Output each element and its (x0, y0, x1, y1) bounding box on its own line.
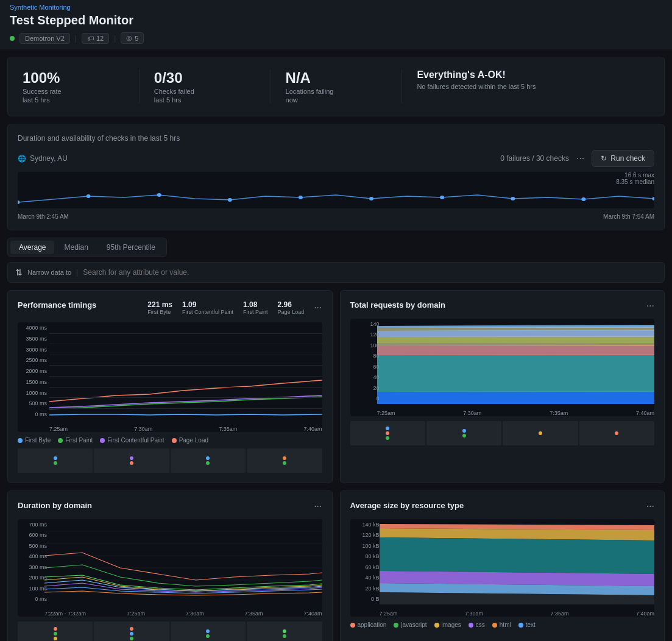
duration-domain-more-btn[interactable]: ··· (314, 501, 322, 512)
monitors-badge: ◎ 5 (121, 32, 144, 44)
checks-failed-value: 0/30 (154, 69, 256, 87)
svg-marker-19 (377, 345, 655, 355)
domain-thumbs (18, 622, 322, 641)
perf-x-axis: 7:25am7:30am7:35am7:40am (49, 425, 322, 432)
metric-fcp-val: 1.09 (182, 300, 233, 309)
legend-dot-images (434, 623, 439, 628)
tags-count: 12 (96, 35, 104, 42)
avg-size-more-btn[interactable]: ··· (646, 501, 654, 512)
avg-size-y-axis: 140 kB120 kB100 kB80 kB 60 kB40 kB20 kB0… (350, 519, 382, 604)
perf-chart-content (49, 322, 322, 420)
dom-thumb-1 (18, 622, 93, 641)
thumb-2 (94, 448, 169, 473)
requests-x-axis: 7:25am7:30am7:35am7:40am (377, 410, 655, 416)
date-end: March 9th 7:54 AM (603, 213, 654, 220)
locations-label: Locations failing (286, 88, 387, 95)
duration-domain-title: Duration by domain (18, 501, 92, 510)
requests-y-axis: 140120100806040200 (350, 319, 382, 404)
duration-title: Duration and availability of checks in t… (18, 134, 180, 143)
duration-domain-chart: 700 ms600 ms500 ms400 ms 300 ms200 ms100… (18, 519, 322, 617)
metric-fp-label: First Paint (243, 309, 268, 315)
perf-more-btn[interactable]: ··· (314, 302, 322, 313)
legend-text: text (526, 622, 536, 628)
globe-icon: 🌐 (18, 155, 26, 163)
perf-legend: First Byte First Paint First Contentful … (18, 437, 322, 444)
total-requests-title: Total requests by domain (350, 300, 446, 310)
tag-icon: 🏷 (87, 35, 94, 42)
req-thumb-1 (350, 421, 425, 445)
legend-dot-js (394, 623, 398, 628)
svg-marker-30 (380, 537, 655, 574)
req-thumb-4 (579, 421, 654, 445)
avg-size-x-axis: 7:25am7:30am7:35am7:40am (380, 611, 655, 617)
resource-legend: application javascript images css html t… (350, 622, 655, 628)
chart-dates: March 9th 2:45 AM March 9th 7:54 AM (18, 213, 654, 220)
avg-size-panel: Average size by resource type ··· 140 kB… (340, 490, 665, 641)
env-badge: Demotron V2 (19, 33, 70, 44)
legend-dot-app (350, 623, 355, 628)
svg-point-2 (157, 193, 161, 197)
metric-fp-val: 1.08 (243, 300, 268, 309)
dom-thumb-4 (247, 622, 322, 641)
run-label: Run check (610, 154, 645, 163)
legend-dot-fcp (100, 438, 105, 443)
summary-row: 100% Success rate last 5 hrs 0/30 Checks… (7, 57, 665, 116)
tags-badge: 🏷 12 (82, 33, 109, 44)
filter-label: Narrow data to (27, 269, 71, 276)
run-icon: ↻ (601, 154, 607, 163)
ok-title: Everything's A-OK! (417, 69, 620, 80)
svg-point-1 (87, 194, 91, 198)
success-rate-value: 100% (23, 69, 124, 87)
svg-marker-20 (377, 336, 655, 346)
total-requests-chart: 140120100806040200 (350, 319, 655, 416)
thumb-1 (18, 448, 93, 473)
success-rate-item: 100% Success rate last 5 hrs (23, 69, 140, 104)
more-icon[interactable]: ··· (576, 153, 584, 164)
legend-dot-text (518, 623, 523, 628)
perf-chart: 4000 ms3500 ms3000 ms2500 ms 2000 ms1500… (18, 322, 322, 432)
legend-js: javascript (401, 622, 426, 628)
success-rate-sub: last 5 hrs (23, 96, 124, 104)
duration-chart (18, 172, 654, 208)
domain-x-axis: 7:22am - 7:32am7:25am7:30am7:35am7:40am (44, 611, 322, 617)
legend-dot-first-paint (58, 438, 63, 443)
legend-html: html (500, 622, 511, 628)
legend-dot-page-load (172, 438, 177, 443)
metric-pl-val: 2.96 (278, 300, 305, 309)
domain-lines (44, 519, 322, 604)
perf-metrics: 221 ms First Byte 1.09 First Contentful … (147, 300, 304, 315)
run-check-button[interactable]: ↻ Run check (592, 150, 654, 167)
tab-95th[interactable]: 95th Percentile (98, 241, 164, 254)
metric-fcp-label: First Contentful Paint (182, 309, 233, 315)
location-label: Sydney, AU (30, 154, 68, 163)
checks-failed-item: 0/30 Checks failed last 5 hrs (154, 69, 271, 104)
tab-median[interactable]: Median (55, 241, 96, 254)
filter-input[interactable] (83, 268, 657, 277)
avg-size-chart: 140 kB120 kB100 kB80 kB 60 kB40 kB20 kB0… (350, 519, 655, 617)
svg-marker-18 (377, 354, 655, 392)
svg-point-6 (440, 196, 444, 199)
req-thumb-2 (426, 421, 501, 445)
metric-pl-label: Page Load (278, 309, 305, 315)
main-grid: Performance timings 221 ms First Byte 1.… (7, 290, 665, 641)
ok-item: Everything's A-OK! No failures detected … (417, 69, 635, 104)
legend-first-byte: First Byte (25, 437, 51, 444)
svg-point-7 (511, 197, 515, 200)
legend-images: images (442, 622, 461, 628)
requests-thumbs (350, 421, 655, 445)
legend-app: application (358, 622, 387, 628)
perf-thumbs (18, 448, 322, 473)
breadcrumb[interactable]: Synthetic Monitoring (10, 4, 662, 11)
dom-thumb-3 (171, 622, 246, 641)
total-requests-more-btn[interactable]: ··· (646, 300, 654, 311)
checks-failed-sub: last 5 hrs (154, 96, 256, 104)
tabs-row: Average Median 95th Percentile (7, 238, 167, 257)
requests-bars (377, 319, 655, 404)
svg-point-8 (581, 197, 585, 201)
tab-average[interactable]: Average (10, 241, 54, 254)
svg-point-9 (653, 197, 654, 200)
chart-median: 8.35 s median (616, 179, 654, 185)
filter-icon: ⇅ (15, 267, 23, 277)
domain-y-axis: 700 ms600 ms500 ms400 ms 300 ms200 ms100… (18, 519, 49, 604)
date-start: March 9th 2:45 AM (18, 213, 69, 220)
